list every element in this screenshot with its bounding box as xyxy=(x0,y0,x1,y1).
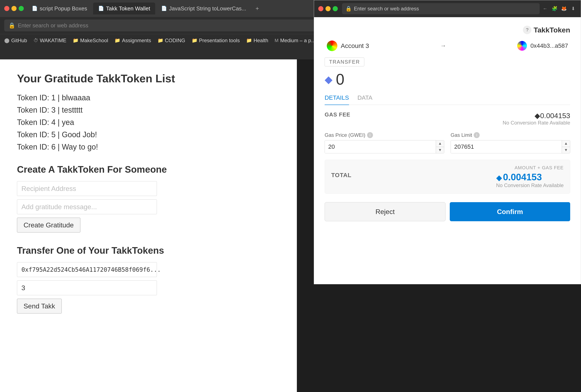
confirm-button[interactable]: Confirm xyxy=(450,202,570,221)
list-item: Token ID: 4 | yea xyxy=(17,118,280,127)
list-item: Token ID: 1 | blwaaaa xyxy=(17,93,280,102)
total-note: No Conversion Rate Available xyxy=(496,182,564,188)
minimize-button[interactable] xyxy=(11,6,16,11)
gas-price-label: Gas Price (GWEI) i xyxy=(325,132,444,138)
tab-javascript[interactable]: 📄 JavaScript String toLowerCas... xyxy=(156,2,251,14)
total-amount-col: ◆ 0.004153 No Conversion Rate Available xyxy=(496,172,564,188)
eth-icon: ◆ xyxy=(535,112,540,120)
gas-limit-spinner: ▲ ▼ xyxy=(562,140,570,153)
recipient-address-input[interactable]: Recipient Address xyxy=(17,181,157,196)
account-avatar xyxy=(327,40,337,51)
mm-minimize-button[interactable] xyxy=(326,6,331,11)
token-id-input[interactable]: 3 xyxy=(17,280,157,295)
lock-icon: 🔒 xyxy=(345,6,352,12)
list-item: Token ID: 5 | Good Job! xyxy=(17,130,280,139)
bookmark-github[interactable]: ⬤ GitHub xyxy=(4,38,27,44)
gas-price-decrement[interactable]: ▼ xyxy=(436,147,444,153)
gas-fee-amount: ◆0.004153 xyxy=(503,111,570,120)
address-avatar xyxy=(517,41,527,51)
account-left: Account 3 xyxy=(327,40,369,51)
mm-maximize-button[interactable] xyxy=(333,6,338,11)
gas-price-field: Gas Price (GWEI) i ▲ ▼ xyxy=(325,132,444,153)
main-content: Your Gratitude TakkToken List Token ID: … xyxy=(0,60,297,392)
traffic-lights xyxy=(4,6,24,11)
bookmark-makeschool[interactable]: 📁 MakeSchool xyxy=(73,38,108,44)
tab-icon: 📄 xyxy=(32,6,37,11)
transfer-badge: TRANSFER xyxy=(325,58,364,66)
create-section: Create A TakkToken For Someone Recipient… xyxy=(17,164,280,232)
gas-limit-info-icon[interactable]: i xyxy=(474,132,480,138)
account-row: Account 3 → 0x44b3...a587 xyxy=(325,40,570,51)
amount-gas-label: AMOUNT + GAS FEE xyxy=(331,165,564,170)
folder-icon: 📁 xyxy=(73,38,78,43)
tab-data[interactable]: DATA xyxy=(358,94,373,105)
shield-icon: 🔒 xyxy=(8,22,15,29)
contract-address: 0x44b3...a587 xyxy=(530,42,568,49)
tab-icon: 📄 xyxy=(98,6,104,11)
mm-close-button[interactable] xyxy=(318,6,323,11)
page-content: Your Gratitude TakkToken List Token ID: … xyxy=(17,72,280,314)
gas-limit-increment[interactable]: ▲ xyxy=(562,140,570,147)
create-gratitude-button[interactable]: Create Gratitude xyxy=(17,218,80,232)
mm-metamask-icon[interactable]: 🦊 xyxy=(561,5,567,12)
medium-icon: M xyxy=(275,38,278,43)
transfer-section: Transfer One of Your TakkTokens 0xf795A2… xyxy=(17,245,280,314)
reject-button[interactable]: Reject xyxy=(325,202,446,221)
gas-price-spinner: ▲ ▼ xyxy=(436,140,444,153)
gas-limit-decrement[interactable]: ▼ xyxy=(562,147,570,153)
tab-details[interactable]: DETAILS xyxy=(325,94,349,105)
details-data-tabs: DETAILS DATA xyxy=(325,94,570,105)
github-icon: ⬤ xyxy=(4,38,9,43)
ethereum-icon: ◆ xyxy=(325,74,333,85)
account-name: Account 3 xyxy=(341,42,369,50)
tab-popup-boxes[interactable]: 📄 script Popup Boxes xyxy=(27,2,92,14)
send-takk-button[interactable]: Send Takk xyxy=(17,299,62,314)
total-amount: ◆ 0.004153 xyxy=(496,172,564,182)
list-item: Token ID: 3 | testtttt xyxy=(17,106,280,114)
new-tab-button[interactable]: + xyxy=(252,4,262,14)
mm-nav-icon[interactable]: ← xyxy=(542,5,549,12)
mm-browser-icons: ← 🧩 🦊 ⬇ xyxy=(542,5,577,12)
gas-fee-value: ◆0.004153 No Conversion Rate Available xyxy=(503,111,570,126)
mm-traffic-lights xyxy=(318,6,338,11)
gas-fee-label: GAS FEE xyxy=(325,111,350,118)
gas-limit-input[interactable] xyxy=(451,140,562,153)
mm-download-icon[interactable]: ⬇ xyxy=(570,5,577,12)
tab-icon: 📄 xyxy=(161,6,167,11)
bookmark-health[interactable]: 📁 Health xyxy=(246,38,268,44)
transfer-address-input[interactable]: 0xf795A22d524Cb546A11720746B58f069f6... xyxy=(17,262,157,277)
gas-price-increment[interactable]: ▲ xyxy=(436,140,444,147)
total-label: TOTAL xyxy=(331,172,352,178)
help-icon[interactable]: ? xyxy=(523,26,531,34)
metamask-header: ? TakkToken xyxy=(325,26,570,34)
page-title: Your Gratitude TakkToken List xyxy=(17,72,280,85)
tab-takk-wallet[interactable]: 📄 Takk Token Wallet xyxy=(93,2,155,14)
amount-row: ◆ 0 xyxy=(325,71,570,88)
gas-limit-label: Gas Limit i xyxy=(451,132,570,138)
metamask-panel: 🔒 Enter search or web address ← 🧩 🦊 ⬇ ? … xyxy=(314,0,581,284)
token-list: Your Gratitude TakkToken List Token ID: … xyxy=(17,72,280,152)
total-section: AMOUNT + GAS FEE TOTAL ◆ 0.004153 No Con… xyxy=(325,160,570,194)
bookmark-wakatime[interactable]: ⏱ WAKATIME xyxy=(33,38,66,44)
folder-icon: 📁 xyxy=(246,38,252,43)
list-item: Token ID: 6 | Way to go! xyxy=(17,142,280,152)
message-input[interactable]: Add gratitude message... xyxy=(17,200,157,214)
total-row: TOTAL ◆ 0.004153 No Conversion Rate Avai… xyxy=(331,172,564,188)
gas-limit-field: Gas Limit i ▲ ▼ xyxy=(451,132,570,153)
metamask-content: ? TakkToken Account 3 → 0x44b3...a587 TR… xyxy=(314,17,581,284)
mm-address-bar[interactable]: 🔒 Enter search or web address xyxy=(342,3,540,14)
bookmark-assignments[interactable]: 📁 Assignments xyxy=(114,38,151,44)
arrow-right-icon: → xyxy=(440,42,446,49)
maximize-button[interactable] xyxy=(19,6,24,11)
bookmark-presentation-tools[interactable]: 📁 Presentation tools xyxy=(192,38,240,44)
transfer-amount: 0 xyxy=(336,71,344,88)
close-button[interactable] xyxy=(4,6,9,11)
mm-ext-icon[interactable]: 🧩 xyxy=(551,5,558,12)
wakatime-icon: ⏱ xyxy=(33,38,38,43)
transfer-section-title: Transfer One of Your TakkTokens xyxy=(17,245,280,256)
gas-price-input[interactable] xyxy=(325,140,436,153)
bookmark-medium[interactable]: M Medium – a p... xyxy=(275,38,315,44)
eth-icon: ◆ xyxy=(496,173,502,182)
bookmark-coding[interactable]: 📁 CODING xyxy=(157,38,185,44)
gas-price-info-icon[interactable]: i xyxy=(367,132,373,138)
